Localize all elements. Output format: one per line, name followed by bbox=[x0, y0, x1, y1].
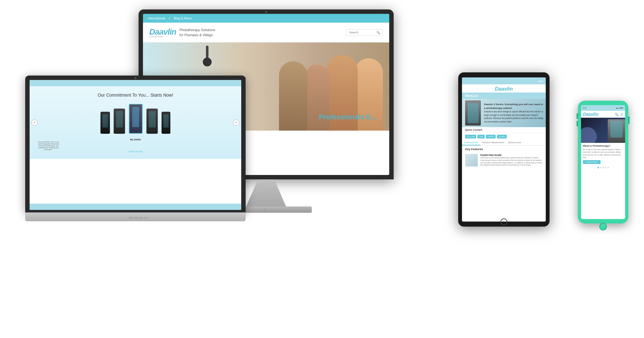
ipad-tweet-button[interactable]: TWEET bbox=[486, 135, 496, 138]
ipad-tab-medications[interactable]: MEDICATIONS bbox=[506, 140, 523, 145]
mb-selected-product-name: ML24000 bbox=[36, 138, 235, 141]
iphone-time: 9:41 bbox=[583, 107, 587, 109]
ipad-tabs: SCREENSHOTS PRODUCT BREAKDOWN MEDICATION… bbox=[462, 140, 546, 146]
mb-product-img-4 bbox=[146, 109, 158, 134]
imac-tagline-line2: for Psoriasis & Vitiligo bbox=[180, 33, 213, 37]
mb-product-img-2 bbox=[114, 109, 125, 134]
mb-product-1[interactable] bbox=[100, 112, 110, 134]
ipad-follow-button[interactable]: FOLLOW bbox=[465, 135, 476, 138]
iphone-topbar: 9:41 ▪▪▪ WiFi bbox=[581, 105, 625, 111]
imac-topbar-link1[interactable]: International bbox=[148, 17, 165, 20]
mb-products-row bbox=[36, 104, 235, 134]
iphone-home-button[interactable] bbox=[599, 223, 607, 230]
macbook-label: MacBook Air bbox=[129, 216, 148, 219]
ipad-status: ●●●● bbox=[538, 80, 543, 82]
imac-logo-text: Daavlin bbox=[149, 27, 176, 37]
iphone-search-icon[interactable]: 🔍 bbox=[615, 113, 618, 116]
iphone-volume-up bbox=[577, 113, 578, 119]
imac-logo: Daavlin Let's Be Clear bbox=[149, 27, 176, 38]
mb-product-2[interactable] bbox=[114, 109, 125, 134]
ipad-like-button[interactable]: LIKE bbox=[477, 135, 485, 138]
imac-topbar-separator: | bbox=[169, 17, 170, 20]
iphone-dot-5[interactable] bbox=[607, 167, 609, 168]
ipad-home-button[interactable] bbox=[500, 218, 507, 225]
mb-product-4[interactable] bbox=[146, 109, 158, 134]
mb-learn-more-link[interactable]: LEARN MORE bbox=[36, 150, 235, 153]
iphone-status-icons: ▪▪▪ WiFi bbox=[616, 107, 623, 109]
ipad-feature-text: Crystal Clear Acrylic The NeoLux full bo… bbox=[480, 154, 543, 166]
iphone-power-button bbox=[628, 116, 630, 124]
imac-tagline-line1: Phototherapy Solutions bbox=[180, 28, 215, 32]
ipad-outer: ●●●● Daavlin NeoLux Daavlin 3 Series. Ev… bbox=[458, 72, 550, 227]
imac-topbar-link2[interactable]: Blog & News bbox=[174, 17, 192, 20]
ipad-feature-img bbox=[465, 154, 478, 166]
iphone-carousel-dots bbox=[581, 166, 625, 170]
search-icon: 🔍 bbox=[376, 31, 380, 34]
ipad-tab-screenshots[interactable]: SCREENSHOTS bbox=[462, 140, 480, 145]
iphone-arrow-icon: → bbox=[602, 160, 606, 164]
imac-header: Daavlin Let's Be Clear Phototherapy Solu… bbox=[143, 23, 389, 42]
person-silhouette-4 bbox=[279, 61, 307, 131]
macbook-screen-outer: < > Our Commitment To You... Starts Now! bbox=[25, 76, 246, 212]
ipad-feature-item: Crystal Clear Acrylic The NeoLux full bo… bbox=[462, 153, 546, 168]
iphone-dot-3[interactable] bbox=[602, 167, 604, 168]
iphone-cta-row: LEARN MORE → bbox=[583, 160, 623, 164]
macbook-screen-inner: < > Our Commitment To You... Starts Now! bbox=[30, 80, 241, 210]
mb-product-5[interactable] bbox=[162, 112, 170, 134]
ipad-tab-product-breakdown[interactable]: PRODUCT BREAKDOWN bbox=[480, 140, 506, 145]
mb-hero-title: Our Commitment To You... Starts Now! bbox=[36, 93, 235, 98]
mb-selected-product-desc: The ML24000 is the most technologically … bbox=[36, 141, 61, 150]
iphone-hero-circle bbox=[581, 127, 597, 143]
imac-hero-overlay: Professionals E... bbox=[319, 113, 377, 121]
macbook-device: < > Our Commitment To You... Starts Now! bbox=[25, 76, 252, 242]
iphone-learn-more-button[interactable]: LEARN MORE bbox=[583, 160, 601, 164]
ipad-product-info-title: Daavlin 3 Series. Everything you will ev… bbox=[484, 103, 544, 110]
iphone-device: 9:41 ▪▪▪ WiFi Daavlin 🔍 ☰ bbox=[578, 101, 628, 233]
scene: International | Blog & News Daavlin Let'… bbox=[0, 0, 644, 338]
ipad-feature-description: The NeoLux full body phototherapy cabine… bbox=[480, 157, 543, 166]
ipad-product-title: NeoLux bbox=[465, 94, 478, 98]
iphone-dot-2[interactable] bbox=[600, 167, 601, 168]
imac-search-input[interactable] bbox=[349, 31, 374, 34]
ipad-social-bar: FOLLOW LIKE TWEET SHARE bbox=[462, 133, 546, 140]
iphone-screen: 9:41 ▪▪▪ WiFi Daavlin 🔍 ☰ bbox=[581, 105, 625, 219]
mb-hero: < > Our Commitment To You... Starts Now! bbox=[30, 86, 241, 159]
imac-logo-area: Daavlin Let's Be Clear Phototherapy Solu… bbox=[149, 27, 215, 38]
ipad-screen: ●●●● Daavlin NeoLux Daavlin 3 Series. Ev… bbox=[462, 77, 546, 222]
iphone-dot-1[interactable] bbox=[597, 167, 599, 168]
light-bulb bbox=[203, 58, 212, 66]
mb-nav-left-button[interactable]: < bbox=[31, 120, 38, 126]
iphone-volume-down bbox=[577, 121, 578, 127]
ipad-key-features-title: Key Features bbox=[462, 146, 546, 153]
mb-product-3-selected[interactable] bbox=[129, 104, 143, 134]
signal-icon: ▪▪▪ bbox=[616, 107, 618, 109]
mb-product-img-1 bbox=[100, 112, 110, 134]
imac-webcam bbox=[265, 11, 267, 13]
imac-topbar: International | Blog & News bbox=[143, 14, 389, 23]
wifi-icon: WiFi bbox=[619, 107, 623, 109]
ipad-logo: Daavlin bbox=[462, 84, 546, 93]
iphone-hero bbox=[581, 118, 625, 143]
ipad-quick-contact: Quick Contact bbox=[462, 127, 546, 133]
imac-search-box[interactable]: 🔍 bbox=[346, 29, 383, 36]
imac-tagline: Phototherapy Solutions for Psoriasis & V… bbox=[180, 27, 215, 38]
ipad-share-button[interactable]: SHARE bbox=[497, 135, 507, 138]
iphone-hero-product bbox=[608, 119, 625, 143]
macbook-webcam bbox=[134, 77, 136, 79]
iphone-header-icons: 🔍 ☰ bbox=[615, 113, 623, 116]
mb-nav-right-button[interactable]: > bbox=[233, 120, 239, 126]
iphone-section-text: It's a way to use very specific bands of… bbox=[583, 148, 623, 159]
ipad-feature-title: Crystal Clear Acrylic bbox=[480, 154, 543, 156]
ipad-product-title-bar: NeoLux bbox=[462, 93, 546, 99]
iphone-outer: 9:41 ▪▪▪ WiFi Daavlin 🔍 ☰ bbox=[578, 101, 628, 223]
iphone-dot-4[interactable] bbox=[605, 167, 607, 168]
ipad-product-info-body: Daavlin's two-door design is space effic… bbox=[484, 110, 544, 123]
iphone-menu-icon[interactable]: ☰ bbox=[620, 113, 623, 116]
iphone-header: Daavlin 🔍 ☰ bbox=[581, 111, 625, 118]
ipad-product-thumb bbox=[465, 100, 481, 126]
ipad-topbar: ●●●● bbox=[462, 77, 546, 84]
apple-logo-icon:  bbox=[261, 208, 269, 215]
mb-topbar bbox=[30, 80, 241, 86]
iphone-what-section: What is Phototherapy? It's a way to use … bbox=[581, 143, 625, 166]
iphone-logo: Daavlin bbox=[583, 112, 599, 117]
